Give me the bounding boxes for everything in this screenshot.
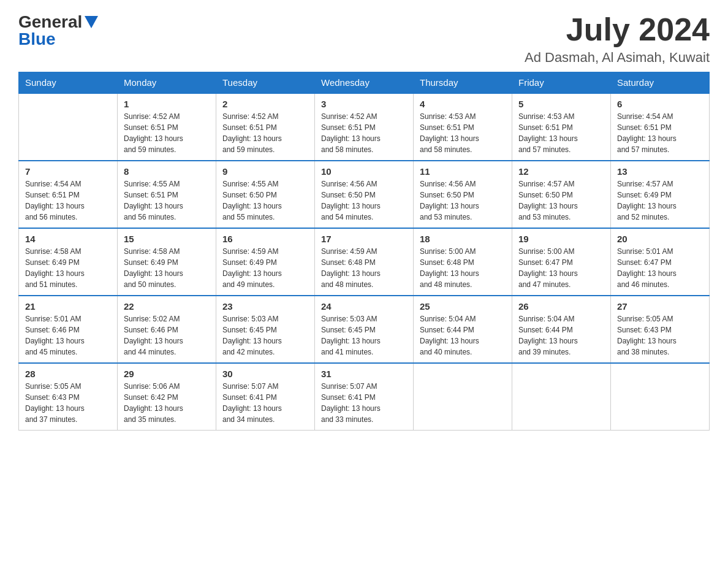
day-number: 25 [420,301,506,312]
day-info: Sunrise: 5:04 AM Sunset: 6:44 PM Dayligh… [420,313,506,358]
day-info: Sunrise: 5:01 AM Sunset: 6:47 PM Dayligh… [617,246,703,290]
day-number: 17 [321,234,407,244]
logo: General Blue [18,12,98,49]
calendar-cell: 2Sunrise: 4:52 AM Sunset: 6:51 PM Daylig… [216,93,315,161]
calendar-week-row: 21Sunrise: 5:01 AM Sunset: 6:46 PM Dayli… [19,296,710,363]
calendar-cell: 9Sunrise: 4:55 AM Sunset: 6:50 PM Daylig… [216,161,315,228]
calendar-table: SundayMondayTuesdayWednesdayThursdayFrid… [18,72,710,431]
weekday-header-tuesday: Tuesday [216,72,315,94]
day-info: Sunrise: 5:05 AM Sunset: 6:43 PM Dayligh… [617,313,703,358]
calendar-week-row: 28Sunrise: 5:05 AM Sunset: 6:43 PM Dayli… [19,363,710,431]
calendar-cell: 23Sunrise: 5:03 AM Sunset: 6:45 PM Dayli… [216,296,315,363]
day-info: Sunrise: 4:58 AM Sunset: 6:49 PM Dayligh… [124,246,210,290]
day-number: 22 [124,301,210,312]
day-number: 20 [617,234,703,244]
calendar-cell: 3Sunrise: 4:52 AM Sunset: 6:51 PM Daylig… [315,93,414,161]
day-info: Sunrise: 4:53 AM Sunset: 6:51 PM Dayligh… [518,111,604,155]
day-number: 12 [518,166,604,177]
day-number: 6 [617,99,703,109]
calendar-cell: 19Sunrise: 5:00 AM Sunset: 6:47 PM Dayli… [512,228,611,296]
calendar-week-row: 14Sunrise: 4:58 AM Sunset: 6:49 PM Dayli… [19,228,710,296]
day-number: 26 [518,301,604,312]
day-number: 3 [321,99,407,109]
day-info: Sunrise: 4:56 AM Sunset: 6:50 PM Dayligh… [420,178,506,223]
day-info: Sunrise: 4:55 AM Sunset: 6:50 PM Dayligh… [222,178,308,223]
calendar-cell: 12Sunrise: 4:57 AM Sunset: 6:50 PM Dayli… [512,161,611,228]
day-number: 16 [222,234,308,244]
day-number: 7 [25,166,111,177]
calendar-cell: 25Sunrise: 5:04 AM Sunset: 6:44 PM Dayli… [414,296,512,363]
calendar-week-row: 7Sunrise: 4:54 AM Sunset: 6:51 PM Daylig… [19,161,710,228]
calendar-cell: 30Sunrise: 5:07 AM Sunset: 6:41 PM Dayli… [216,363,315,431]
calendar-week-row: 1Sunrise: 4:52 AM Sunset: 6:51 PM Daylig… [19,93,710,161]
day-info: Sunrise: 4:52 AM Sunset: 6:51 PM Dayligh… [222,111,308,155]
calendar-cell [512,363,611,431]
calendar-cell: 14Sunrise: 4:58 AM Sunset: 6:49 PM Dayli… [19,228,118,296]
calendar-cell: 4Sunrise: 4:53 AM Sunset: 6:51 PM Daylig… [414,93,512,161]
day-info: Sunrise: 5:03 AM Sunset: 6:45 PM Dayligh… [222,313,308,358]
day-number: 28 [25,369,111,379]
day-info: Sunrise: 4:55 AM Sunset: 6:51 PM Dayligh… [124,178,210,223]
page-header: General Blue July 2024 Ad Dasmah, Al Asi… [18,12,710,66]
calendar-cell: 22Sunrise: 5:02 AM Sunset: 6:46 PM Dayli… [118,296,216,363]
calendar-cell [414,363,512,431]
calendar-cell: 16Sunrise: 4:59 AM Sunset: 6:49 PM Dayli… [216,228,315,296]
day-number: 1 [124,99,210,109]
calendar-cell: 1Sunrise: 4:52 AM Sunset: 6:51 PM Daylig… [118,93,216,161]
calendar-cell: 5Sunrise: 4:53 AM Sunset: 6:51 PM Daylig… [512,93,611,161]
logo-blue-text: Blue [18,29,98,49]
day-number: 15 [124,234,210,244]
day-number: 30 [222,369,308,379]
day-number: 19 [518,234,604,244]
day-info: Sunrise: 5:01 AM Sunset: 6:46 PM Dayligh… [25,313,111,358]
calendar-cell: 21Sunrise: 5:01 AM Sunset: 6:46 PM Dayli… [19,296,118,363]
calendar-cell: 6Sunrise: 4:54 AM Sunset: 6:51 PM Daylig… [611,93,710,161]
calendar-cell: 20Sunrise: 5:01 AM Sunset: 6:47 PM Dayli… [611,228,710,296]
day-number: 27 [617,301,703,312]
day-info: Sunrise: 5:04 AM Sunset: 6:44 PM Dayligh… [518,313,604,358]
day-info: Sunrise: 4:52 AM Sunset: 6:51 PM Dayligh… [124,111,210,155]
day-number: 10 [321,166,407,177]
day-info: Sunrise: 4:58 AM Sunset: 6:49 PM Dayligh… [25,246,111,290]
weekday-header-monday: Monday [118,72,216,94]
day-number: 5 [518,99,604,109]
day-info: Sunrise: 5:07 AM Sunset: 6:41 PM Dayligh… [222,381,308,425]
day-info: Sunrise: 5:07 AM Sunset: 6:41 PM Dayligh… [321,381,407,425]
day-number: 13 [617,166,703,177]
weekday-header-wednesday: Wednesday [315,72,414,94]
day-number: 9 [222,166,308,177]
day-info: Sunrise: 4:59 AM Sunset: 6:48 PM Dayligh… [321,246,407,290]
day-number: 11 [420,166,506,177]
weekday-header-thursday: Thursday [414,72,512,94]
day-info: Sunrise: 4:59 AM Sunset: 6:49 PM Dayligh… [222,246,308,290]
logo-arrow-icon [85,16,98,31]
calendar-cell: 31Sunrise: 5:07 AM Sunset: 6:41 PM Dayli… [315,363,414,431]
svg-marker-0 [85,16,98,28]
title-block: July 2024 Ad Dasmah, Al Asimah, Kuwait [525,12,710,66]
day-info: Sunrise: 5:06 AM Sunset: 6:42 PM Dayligh… [124,381,210,425]
day-info: Sunrise: 4:57 AM Sunset: 6:49 PM Dayligh… [617,178,703,223]
day-number: 21 [25,301,111,312]
calendar-cell: 24Sunrise: 5:03 AM Sunset: 6:45 PM Dayli… [315,296,414,363]
day-number: 23 [222,301,308,312]
day-info: Sunrise: 5:00 AM Sunset: 6:48 PM Dayligh… [420,246,506,290]
day-info: Sunrise: 4:56 AM Sunset: 6:50 PM Dayligh… [321,178,407,223]
calendar-cell: 26Sunrise: 5:04 AM Sunset: 6:44 PM Dayli… [512,296,611,363]
weekday-header-row: SundayMondayTuesdayWednesdayThursdayFrid… [19,72,710,94]
weekday-header-saturday: Saturday [611,72,710,94]
day-info: Sunrise: 5:03 AM Sunset: 6:45 PM Dayligh… [321,313,407,358]
location-title: Ad Dasmah, Al Asimah, Kuwait [525,50,710,66]
day-info: Sunrise: 4:54 AM Sunset: 6:51 PM Dayligh… [25,178,111,223]
calendar-cell [19,93,118,161]
month-title: July 2024 [525,12,710,47]
calendar-cell [611,363,710,431]
weekday-header-friday: Friday [512,72,611,94]
calendar-cell: 8Sunrise: 4:55 AM Sunset: 6:51 PM Daylig… [118,161,216,228]
day-number: 29 [124,369,210,379]
calendar-cell: 15Sunrise: 4:58 AM Sunset: 6:49 PM Dayli… [118,228,216,296]
day-info: Sunrise: 5:02 AM Sunset: 6:46 PM Dayligh… [124,313,210,358]
weekday-header-sunday: Sunday [19,72,118,94]
day-info: Sunrise: 4:53 AM Sunset: 6:51 PM Dayligh… [420,111,506,155]
calendar-cell: 10Sunrise: 4:56 AM Sunset: 6:50 PM Dayli… [315,161,414,228]
day-number: 8 [124,166,210,177]
